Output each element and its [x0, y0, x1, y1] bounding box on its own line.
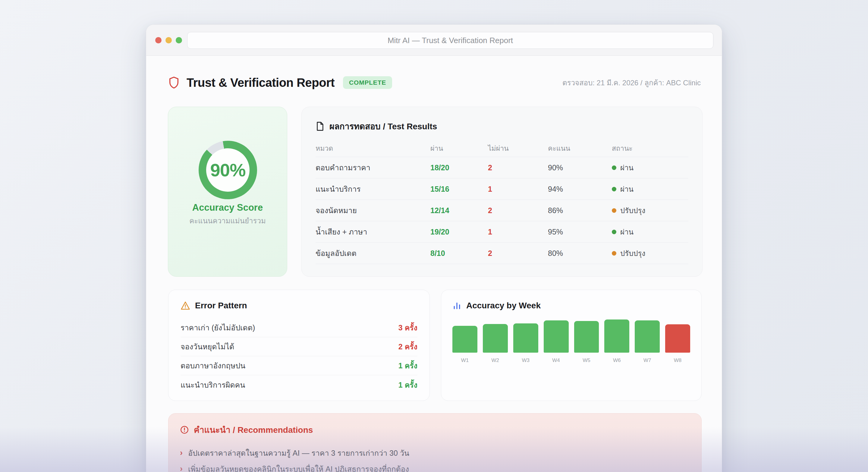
row-pass: 15/16 — [430, 185, 488, 193]
bar-tick-label: W1 — [453, 357, 477, 364]
warning-triangle-icon — [181, 301, 190, 310]
error-pattern-card: Error Pattern ราคาเก่า (ยังไม่อัปเดต) 3 … — [168, 290, 430, 401]
document-icon — [315, 122, 324, 131]
shield-icon — [168, 76, 180, 90]
col-header-category: หมวด — [315, 143, 430, 154]
error-label: ราคาเก่า (ยังไม่อัปเดต) — [181, 322, 255, 334]
error-count: 1 ครั้ง — [398, 359, 417, 372]
window-title: Mitr AI — Trust & Verification Report — [388, 36, 513, 45]
test-results-table: หมวด ผ่าน ไม่ผ่าน คะแนน สถานะ ตอบคำถามรา… — [315, 139, 688, 264]
row-status: ปรับปรุง — [612, 204, 688, 216]
address-bar[interactable]: Mitr AI — Trust & Verification Report — [187, 32, 713, 49]
row-score: 80% — [548, 249, 612, 258]
recommendations-title: คำแนะนำ / Recommendations — [194, 423, 313, 436]
row-pass: 8/10 — [430, 249, 488, 258]
minimize-window-button[interactable] — [165, 37, 172, 43]
bar-chart-icon — [453, 301, 461, 310]
col-header-status: สถานะ — [612, 143, 688, 154]
row-status: ผ่าน — [612, 226, 688, 238]
bar-tick-label: W5 — [574, 357, 599, 364]
row-category: แนะนำบริการ — [315, 183, 430, 195]
bar-w8 — [665, 318, 690, 353]
bar-rect — [453, 326, 477, 353]
recommendation-text: เพิ่มข้อมูลวันหยุดของคลินิกในระบบเพื่อให… — [188, 463, 409, 472]
row-category: ตอบคำถามราคา — [315, 162, 430, 174]
recommendations-card: คำแนะนำ / Recommendations › อัปเดตราคาล่… — [168, 413, 702, 472]
status-label: ปรับปรุง — [620, 247, 645, 259]
row-fail: 2 — [488, 249, 548, 258]
donut-center: 90% — [206, 148, 250, 192]
status-dot-icon — [612, 208, 616, 213]
row-status: ปรับปรุง — [612, 247, 688, 259]
bar-tick-label: W3 — [513, 357, 538, 364]
bar-tick-label: W6 — [604, 357, 629, 364]
recommendations-list: › อัปเดตราคาล่าสุดในฐานความรู้ AI — ราคา… — [180, 445, 689, 472]
error-label: จองวันหยุดไม่ได้ — [181, 341, 234, 353]
test-results-card: ผลการทดสอบ / Test Results หมวด ผ่าน ไม่ผ… — [301, 107, 703, 277]
status-dot-icon — [612, 251, 616, 256]
status-dot-icon — [612, 187, 616, 191]
row-score: 95% — [548, 227, 612, 236]
error-label: ตอบภาษาอังกฤษปน — [181, 359, 245, 372]
row-score: 90% — [548, 163, 612, 172]
zoom-window-button[interactable] — [176, 37, 182, 43]
row-fail: 1 — [488, 185, 548, 193]
col-header-fail: ไม่ผ่าน — [488, 143, 548, 154]
status-label: ผ่าน — [620, 183, 633, 195]
bar-rect — [635, 320, 660, 353]
page-title: Trust & Verification Report — [187, 76, 335, 90]
bar-w7 — [635, 318, 660, 353]
table-row: จองนัดหมาย 12/14 2 86% ปรับปรุง — [315, 200, 688, 221]
alert-circle-icon — [180, 425, 189, 434]
status-label: ผ่าน — [620, 162, 633, 174]
bar-rect — [665, 324, 690, 353]
bar-rect — [513, 323, 538, 353]
report-content: Trust & Verification Report COMPLETE ตรว… — [146, 56, 722, 472]
row-status: ผ่าน — [612, 162, 688, 174]
accuracy-by-week-card: Accuracy by Week W1W2W3W4W5W6W7W8 — [441, 290, 702, 401]
window-controls — [155, 37, 182, 43]
accuracy-value: 90% — [210, 160, 245, 181]
row-category: จองนัดหมาย — [315, 204, 430, 216]
accuracy-by-week-title-row: Accuracy by Week — [453, 301, 690, 310]
error-pattern-title: Error Pattern — [195, 301, 247, 310]
accuracy-by-week-title: Accuracy by Week — [466, 301, 541, 310]
error-pattern-list: ราคาเก่า (ยังไม่อัปเดต) 3 ครั้ง จองวันหย… — [181, 318, 417, 394]
close-window-button[interactable] — [155, 37, 161, 43]
bar-w6 — [604, 318, 629, 353]
error-pattern-title-row: Error Pattern — [181, 301, 417, 310]
bar-w4 — [544, 318, 569, 353]
status-label: ปรับปรุง — [620, 204, 645, 216]
report-header: Trust & Verification Report COMPLETE ตรว… — [168, 73, 701, 92]
row-score: 86% — [548, 206, 612, 215]
row-fail: 1 — [488, 227, 548, 236]
accuracy-score-label: Accuracy Score — [168, 202, 287, 213]
row-status: ผ่าน — [612, 183, 688, 195]
accuracy-score-card: 90% Accuracy Score คะแนนความแม่นยำรวม — [168, 107, 287, 277]
col-header-pass: ผ่าน — [430, 143, 488, 154]
chevron-right-icon: › — [180, 449, 183, 457]
table-row: ข้อมูลอัปเดต 8/10 2 80% ปรับปรุง — [315, 243, 688, 264]
app-window: Mitr AI — Trust & Verification Report Tr… — [146, 24, 722, 472]
error-item: จองวันหยุดไม่ได้ 2 ครั้ง — [181, 337, 417, 356]
test-results-title: ผลการทดสอบ / Test Results — [330, 120, 437, 133]
table-row: ตอบคำถามราคา 18/20 2 90% ผ่าน — [315, 157, 688, 179]
bar-w1 — [453, 318, 477, 353]
status-badge: COMPLETE — [343, 76, 392, 89]
table-header-row: หมวด ผ่าน ไม่ผ่าน คะแนน สถานะ — [315, 139, 688, 157]
error-label: แนะนำบริการผิดคน — [181, 379, 245, 391]
accuracy-score-sublabel: คะแนนความแม่นยำรวม — [168, 215, 287, 227]
week-bars — [453, 318, 690, 353]
row-pass: 19/20 — [430, 227, 488, 236]
title-bar: Mitr AI — Trust & Verification Report — [146, 25, 722, 56]
row-pass: 12/14 — [430, 206, 488, 215]
bar-rect — [544, 320, 569, 353]
status-label: ผ่าน — [620, 226, 633, 238]
accuracy-donut: 90% — [198, 141, 257, 199]
table-row: น้ำเสียง + ภาษา 19/20 1 95% ผ่าน — [315, 221, 688, 243]
error-item: แนะนำบริการผิดคน 1 ครั้ง — [181, 375, 417, 394]
bar-rect — [483, 324, 508, 353]
error-item: ราคาเก่า (ยังไม่อัปเดต) 3 ครั้ง — [181, 318, 417, 337]
status-dot-icon — [612, 165, 616, 170]
report-meta: ตรวจสอบ: 21 มี.ค. 2026 / ลูกค้า: ABC Cli… — [562, 77, 701, 89]
